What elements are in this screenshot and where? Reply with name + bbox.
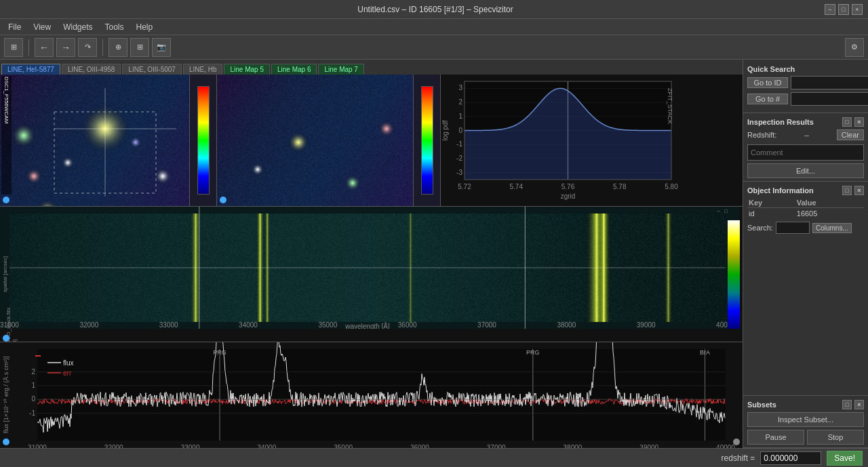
obj-info-table: Key Value id 16605: [747, 198, 864, 219]
key-header: Key: [747, 198, 795, 208]
go-to-id-input[interactable]: [791, 76, 868, 89]
tab-linemap5[interactable]: Line Map 5: [224, 64, 269, 75]
toolbar: ⊞ ← → ↷ ⊕ ⊞ 📷 ⚙: [0, 35, 868, 60]
inspect-subset-button[interactable]: Inspect Subset...: [747, 412, 864, 427]
obj-info-icons: □ ×: [842, 186, 864, 195]
table-row: id 16605: [747, 208, 864, 220]
top-panels: DSC1_F556WCAM: [0, 75, 743, 207]
go-to-id-button[interactable]: Go to ID: [747, 77, 788, 88]
tab-line-oiii5007[interactable]: LINE, OIII-5007: [122, 64, 181, 75]
inspection-icon-2[interactable]: ×: [854, 117, 864, 127]
redshift-row: Redshift: -- Clear: [747, 129, 864, 140]
redshift-input[interactable]: [760, 451, 821, 465]
bottom-bar: redshift = Save!: [0, 448, 868, 467]
comment-row: [747, 143, 864, 161]
menu-widgets[interactable]: Widgets: [58, 21, 98, 33]
pause-button[interactable]: Pause: [747, 430, 804, 445]
spec2d-nav-minus[interactable]: −: [717, 208, 720, 214]
quick-search-title-text: Quick Search: [747, 65, 795, 73]
obj-info-section: Object Information □ × Key Value id 1660: [743, 182, 868, 396]
img1-label: DSC1_F556WCAM: [1, 76, 12, 195]
go-to-hash-row: Go to #: [747, 92, 864, 106]
stop-button[interactable]: Stop: [807, 430, 864, 445]
spec1d-panel[interactable]: [0, 342, 743, 448]
colormap-bar-1: [190, 75, 217, 206]
inspection-icons: □ ×: [842, 117, 864, 127]
spec2d-y-axis-label: spatial [arcsec]: [2, 256, 8, 292]
columns-button[interactable]: Columns...: [812, 223, 852, 233]
spec2d-inner: spatial [arcsec] FRESCO_stack.fits [3358…: [0, 207, 743, 342]
tab-line-hb[interactable]: LINE, Hb: [183, 64, 223, 75]
obj-info-title-text: Object Information: [747, 186, 814, 195]
tab-bar: LINE, HeI-5877 LINE, OIII-4958 LINE, OII…: [0, 60, 743, 75]
subsets-icons: □ ×: [842, 400, 864, 409]
menu-help[interactable]: Help: [131, 21, 159, 33]
spec1d-bottom-circle: [3, 439, 9, 445]
subsets-title: Subsets □ ×: [747, 399, 864, 412]
menu-bar: File View Widgets Tools Help: [0, 19, 868, 35]
clear-button[interactable]: Clear: [837, 129, 864, 140]
comment-input[interactable]: [747, 144, 864, 161]
tab-linemap7[interactable]: Line Map 7: [318, 64, 363, 75]
spec1d-bottom-circle-2: [733, 439, 740, 445]
search-label-2: Search:: [747, 224, 773, 232]
close-button[interactable]: ×: [852, 4, 863, 15]
redshift-value: --: [804, 131, 809, 139]
main-layout: LINE, HeI-5877 LINE, OIII-4958 LINE, OII…: [0, 60, 868, 448]
go-to-hash-input[interactable]: [791, 92, 868, 106]
subset-controls: Pause Stop: [747, 430, 864, 445]
nav-next-button[interactable]: →: [56, 38, 75, 57]
spec2d-panel[interactable]: spatial [arcsec] FRESCO_stack.fits [3358…: [0, 207, 743, 342]
window-title: Untitled.csv – ID 16605 [#1/3] – Specviz…: [46, 5, 825, 14]
go-to-hash-button[interactable]: Go to #: [747, 94, 788, 104]
panel-indicator-1: [3, 197, 9, 203]
colormap-bar-2: [414, 75, 441, 206]
obj-info-icon-1[interactable]: □: [842, 186, 852, 195]
colormap-gradient-1: [197, 86, 210, 195]
obj-info-icon-2[interactable]: ×: [854, 186, 864, 195]
settings-button[interactable]: ⚙: [845, 38, 864, 57]
nav-prev-button[interactable]: ←: [35, 38, 54, 57]
screenshot-button[interactable]: 📷: [152, 38, 171, 57]
panel-indicator-2: [220, 197, 226, 203]
tab-line-hei5877[interactable]: LINE, HeI-5877: [1, 64, 60, 75]
spec2d-colorbar: [728, 207, 740, 342]
key-id: id: [747, 208, 795, 220]
image-panel-2[interactable]: [217, 75, 414, 206]
menu-view[interactable]: View: [28, 21, 56, 33]
right-sidebar: Quick Search Go to ID Go to # Inspection…: [743, 60, 868, 448]
quick-search-section: Quick Search Go to ID Go to #: [743, 60, 868, 113]
spec2d-colorbar-gradient: [728, 220, 740, 329]
spec2d-nav-plus[interactable]: □: [724, 208, 728, 214]
menu-tools[interactable]: Tools: [100, 21, 130, 33]
zoom-reset-button[interactable]: ⊞: [130, 38, 149, 57]
inspection-icon-1[interactable]: □: [842, 117, 852, 127]
image-panel-1[interactable]: DSC1_F556WCAM: [0, 75, 190, 206]
obj-info-tbody: id 16605: [747, 208, 864, 220]
spec2d-bottom-left-circle: [3, 335, 9, 342]
redshift-eq-label: redshift =: [722, 453, 755, 463]
minimize-button[interactable]: −: [825, 4, 835, 15]
tab-line-oiii4958[interactable]: LINE, OIII-4958: [62, 64, 121, 75]
quick-search-title: Quick Search: [747, 64, 864, 76]
toolbar-sep-2: [102, 39, 103, 56]
zgrid-panel[interactable]: [441, 75, 743, 206]
subsets-icon-1[interactable]: □: [842, 400, 852, 409]
inspection-section: Inspection Results □ × Redshift: -- Clea…: [743, 113, 868, 182]
obj-info-title: Object Information □ ×: [747, 184, 864, 198]
inspection-title: Inspection Results □ ×: [747, 116, 864, 129]
colormap-gradient-2: [421, 86, 433, 195]
subsets-title-text: Subsets: [747, 401, 776, 409]
maximize-button[interactable]: □: [838, 4, 849, 15]
nav-forward-button[interactable]: ↷: [78, 38, 97, 57]
zoom-in-button[interactable]: ⊕: [108, 38, 127, 57]
search-mini-input[interactable]: [776, 222, 810, 234]
edit-button[interactable]: Edit...: [747, 163, 864, 178]
toolbar-sep-1: [28, 39, 29, 56]
menu-file[interactable]: File: [3, 21, 26, 33]
nav-grid-button[interactable]: ⊞: [4, 38, 23, 57]
value-header: Value: [795, 198, 864, 208]
save-button[interactable]: Save!: [827, 451, 863, 466]
tab-linemap6[interactable]: Line Map 6: [271, 64, 317, 75]
subsets-icon-2[interactable]: ×: [854, 400, 864, 409]
